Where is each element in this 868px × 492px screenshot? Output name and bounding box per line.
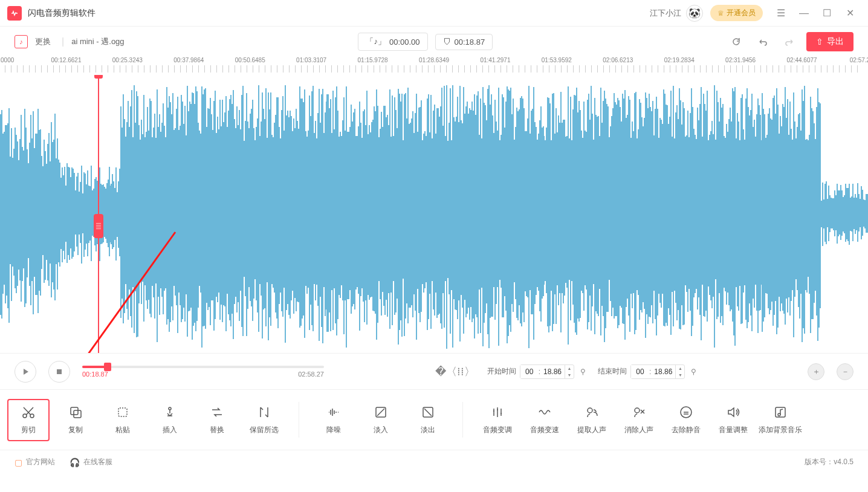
- ruler-label: 01:28.6349: [419, 57, 449, 63]
- tool-pitch[interactable]: 音频变调: [476, 399, 519, 441]
- play-button[interactable]: [15, 361, 36, 383]
- menu-button[interactable]: ☰: [770, 5, 792, 22]
- statusbar: ▢ 官方网站 🎧 在线客服 版本号：v4.0.5: [0, 450, 868, 474]
- tool-bgm[interactable]: 添加背景音乐: [759, 399, 802, 441]
- tool-keep[interactable]: 保留所选: [243, 399, 285, 441]
- time-start-box[interactable]: 「♪」 00:00.00: [358, 33, 427, 51]
- playhead-grip[interactable]: [94, 214, 103, 238]
- redo-button[interactable]: [780, 32, 799, 51]
- support-link[interactable]: 🎧 在线客服: [70, 457, 112, 467]
- tool-label: 淡入: [374, 425, 388, 435]
- tool-label: 保留所选: [250, 425, 279, 435]
- ruler-label: 01:53.9592: [542, 57, 572, 63]
- tool-label: 音频变速: [530, 425, 559, 435]
- tool-speed[interactable]: 音频变速: [523, 399, 566, 441]
- tool-label: 替换: [210, 425, 224, 435]
- window-controls: ☰ — ☐ ✕: [770, 5, 861, 22]
- svg-rect-6: [118, 408, 127, 416]
- fadeout-icon: [420, 404, 436, 420]
- tool-denoise[interactable]: 降噪: [313, 399, 355, 441]
- maximize-button[interactable]: ☐: [816, 5, 838, 22]
- cut-icon: [21, 404, 36, 420]
- undo-button[interactable]: [753, 32, 772, 51]
- time-end-box[interactable]: ⛉ 00:18.87: [435, 34, 493, 50]
- tool-label: 音频变调: [483, 425, 512, 435]
- start-down[interactable]: ▼: [565, 372, 574, 378]
- website-link[interactable]: ▢ 官方网站: [15, 457, 55, 467]
- svg-point-3: [30, 414, 34, 418]
- fadein-icon: [373, 404, 389, 420]
- zoom-in-button[interactable]: ＋: [808, 363, 824, 380]
- tool-silence[interactable]: 去除静音: [665, 399, 707, 441]
- user-name[interactable]: 江下小江: [650, 8, 681, 19]
- tool-label: 音量调整: [719, 425, 748, 435]
- progress-slider[interactable]: 00:18.87 02:58.27: [82, 366, 324, 378]
- ruler-label: 01:03.3107: [296, 57, 326, 63]
- avatar[interactable]: 🐼: [686, 5, 703, 22]
- ruler-label: 02:31.9456: [725, 57, 756, 63]
- zoom-out-button[interactable]: －: [837, 363, 853, 380]
- tool-remove[interactable]: 消除人声: [618, 399, 660, 441]
- selection-icon[interactable]: �〈⁞⁞〉: [435, 364, 475, 379]
- extract-icon: [584, 404, 600, 420]
- tool-label: 剪切: [21, 425, 36, 435]
- start-up[interactable]: ▲: [565, 365, 574, 372]
- remove-icon: [631, 404, 647, 420]
- ruler-label: 00:12.6621: [51, 57, 81, 63]
- headset-icon: 🎧: [70, 458, 80, 467]
- ruler-label: 02:19.2834: [664, 57, 695, 63]
- close-button[interactable]: ✕: [839, 5, 861, 22]
- tool-volume[interactable]: 音量调整: [712, 399, 754, 441]
- minimize-button[interactable]: —: [793, 5, 815, 22]
- tool-fadein[interactable]: 淡入: [360, 399, 402, 441]
- playhead[interactable]: [98, 75, 99, 353]
- shield-icon: ⛉: [443, 37, 451, 47]
- tool-label: 复制: [68, 425, 83, 435]
- ruler-label: 01:41.2971: [480, 57, 510, 63]
- version-text: 版本号：v4.0.5: [805, 457, 853, 467]
- end-marker-icon[interactable]: ⚲: [691, 367, 696, 376]
- tool-label: 去除静音: [672, 425, 701, 435]
- svg-point-7: [169, 407, 171, 410]
- vip-button[interactable]: ♕ 开通会员: [710, 5, 763, 21]
- tool-label: 降噪: [326, 425, 341, 435]
- tool-copy[interactable]: 复制: [54, 399, 97, 441]
- tool-cut[interactable]: 剪切: [7, 399, 50, 441]
- replace-icon: [209, 404, 225, 420]
- stop-button[interactable]: [48, 361, 70, 383]
- svg-point-10: [588, 408, 592, 413]
- tool-label: 添加背景音乐: [759, 425, 802, 435]
- tool-insert[interactable]: 插入: [149, 399, 191, 441]
- start-sec-input[interactable]: [540, 365, 565, 378]
- waveform[interactable]: [0, 75, 868, 353]
- upload-icon: ⇧: [816, 37, 823, 47]
- refresh-button[interactable]: [727, 32, 746, 51]
- timeline-ruler[interactable]: 0.000000:12.662100:25.324300:37.986400:5…: [0, 57, 868, 75]
- tool-paste[interactable]: 粘贴: [102, 399, 144, 441]
- tool-replace[interactable]: 替换: [196, 399, 238, 441]
- end-up[interactable]: ▲: [676, 365, 684, 372]
- swap-label[interactable]: 更换: [35, 36, 51, 47]
- playhead-handle[interactable]: [94, 75, 103, 79]
- end-sec-input[interactable]: [651, 365, 675, 378]
- ruler-label: 02:44.6077: [787, 57, 817, 63]
- tool-fadeout[interactable]: 淡出: [407, 399, 449, 441]
- support-label: 在线客服: [83, 457, 112, 467]
- paste-icon: [115, 404, 131, 420]
- ruler-label: 02:57.269: [850, 57, 868, 63]
- end-time-field: 结束时间 : ▲▼ ⚲: [598, 364, 696, 379]
- start-hour-input[interactable]: [520, 365, 539, 378]
- export-button[interactable]: ⇧ 导出: [806, 32, 853, 51]
- end-hour-input[interactable]: [631, 365, 649, 378]
- end-down[interactable]: ▼: [676, 372, 684, 378]
- filename: ai mini - 遇.ogg: [71, 36, 124, 47]
- start-time-field: 开始时间 : ▲▼ ⚲: [487, 364, 586, 379]
- copy-icon: [68, 404, 83, 420]
- start-marker-icon[interactable]: ⚲: [580, 367, 586, 376]
- tool-extract[interactable]: 提取人声: [571, 399, 613, 441]
- music-note-icon: 「♪」: [366, 36, 386, 47]
- bgm-icon: [772, 404, 788, 420]
- denoise-icon: [326, 404, 342, 420]
- svg-point-2: [23, 414, 27, 418]
- time-end-value: 00:18.87: [455, 37, 485, 47]
